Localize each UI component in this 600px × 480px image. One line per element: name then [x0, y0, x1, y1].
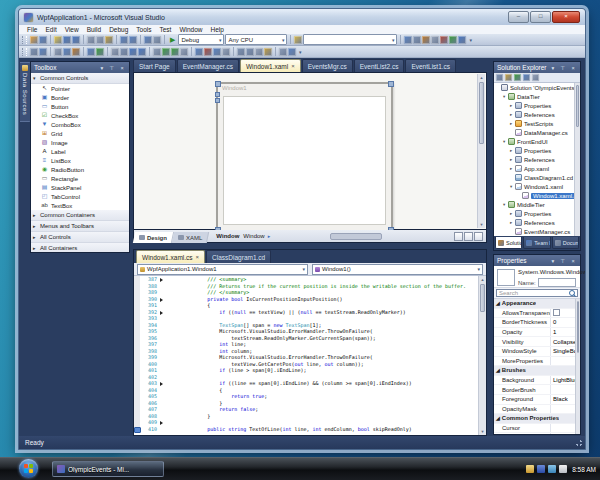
view-code-icon[interactable] [523, 74, 530, 81]
toolbar2-icon[interactable] [120, 48, 128, 56]
tree-item-datatier[interactable]: ▾DataTier [494, 92, 575, 101]
show-all-files-icon[interactable] [505, 74, 512, 81]
property-row-borderthickness[interactable]: BorderThickness0 [494, 318, 576, 328]
view-tab-design[interactable]: Design [133, 232, 174, 243]
document-tab-window1-xaml[interactable]: Window1.xaml× [240, 59, 301, 72]
selection-handle[interactable] [215, 81, 221, 87]
tree-item-properties[interactable]: ▸Properties [494, 209, 575, 218]
taskbar-clock[interactable]: 8:58 AM [572, 466, 596, 473]
toolbar-overflow-icon[interactable]: ▾ [299, 49, 302, 55]
tree-item-app-xaml[interactable]: ▸App.xaml [494, 164, 575, 173]
solution-explorer-toolbar-icon[interactable] [404, 36, 412, 44]
add-item-icon[interactable] [39, 36, 47, 44]
view-designer-icon[interactable] [532, 74, 539, 81]
toolbox-item-label[interactable]: ALabel [31, 147, 129, 156]
properties-pin-icon[interactable]: ⊤ [559, 256, 567, 266]
toolbar2-icon[interactable] [72, 48, 80, 56]
copy-icon[interactable] [96, 36, 104, 44]
title-bar[interactable]: WpfApplication1 - Microsoft Visual Studi… [19, 9, 585, 26]
maximize-button[interactable]: □ [530, 11, 551, 23]
toolbox-header[interactable]: Toolbox ▾ ⊤ × [31, 62, 129, 73]
menu-item-help[interactable]: Help [207, 26, 228, 33]
tree-item-eventmanager-cs[interactable]: EventManager.cs [494, 227, 575, 236]
toolbar2-icon[interactable] [264, 48, 272, 56]
solution-explorer-scrollbar[interactable] [574, 83, 580, 236]
scroll-up-icon[interactable]: ▲ [479, 276, 486, 283]
name-field[interactable] [538, 278, 576, 287]
property-value[interactable] [550, 433, 576, 434]
platform-dropdown[interactable]: Any CPU▾ [225, 34, 287, 45]
undo-icon[interactable] [120, 36, 128, 44]
toolbar2-icon[interactable] [30, 48, 38, 56]
designer-vertical-scrollbar[interactable]: ▲ ▼ [477, 74, 485, 228]
toolbar2-icon[interactable] [180, 48, 188, 56]
tree-item-classdiagram1-cd[interactable]: ClassDiagram1.cd [494, 173, 575, 182]
tree-item-solution-olympicevents-[interactable]: Solution 'OlympicEvents' [494, 83, 575, 92]
toolbar2-icon[interactable] [279, 48, 287, 56]
document-tab-eventlist1-cs[interactable]: EventList1.cs [405, 59, 456, 72]
save-icon[interactable] [63, 36, 71, 44]
menu-item-tools[interactable]: Tools [132, 26, 155, 33]
scrollbar-thumb[interactable] [480, 284, 485, 312]
toolbox-item-textbox[interactable]: abTextBox [31, 201, 129, 210]
menu-item-build[interactable]: Build [83, 26, 105, 33]
toolbox-group-common-controls[interactable]: ▾Common Controls [31, 73, 129, 84]
toolbar2-icon[interactable] [255, 48, 263, 56]
scroll-down-icon[interactable]: ▼ [479, 428, 486, 435]
property-value[interactable]: Black [550, 395, 576, 404]
property-value[interactable] [550, 357, 576, 366]
tree-item-datamanager-cs[interactable]: DataManager.cs [494, 128, 575, 137]
toolbar-grip[interactable] [22, 36, 27, 44]
property-value[interactable] [550, 309, 576, 318]
tree-item-middletier[interactable]: ▾MiddleTier [494, 200, 575, 209]
property-row-windowstyle[interactable]: WindowStyleSingleBorder [494, 347, 576, 357]
tree-item-testscripts[interactable]: ▸TestScripts [494, 119, 575, 128]
solution-explorer-header[interactable]: Solution Explorer ▾ ⊤ × [494, 62, 580, 73]
designed-window[interactable]: Window1 [216, 82, 393, 232]
toolbar2-icon[interactable] [39, 48, 47, 56]
new-project-icon[interactable] [30, 36, 38, 44]
close-button[interactable]: × [552, 11, 580, 23]
property-row-allowstransparency[interactable]: AllowsTransparency [494, 309, 576, 319]
menu-item-window[interactable]: Window [175, 26, 206, 33]
property-value[interactable] [550, 424, 576, 433]
toolbar2-icon[interactable] [138, 48, 146, 56]
toolbar2-icon[interactable] [87, 48, 95, 56]
open-file-icon[interactable] [54, 36, 62, 44]
resize-grip[interactable] [575, 439, 583, 447]
properties-window-toolbar-icon[interactable] [413, 36, 421, 44]
toolbox-group-all-controls[interactable]: ▸All Controls [31, 232, 129, 243]
toolbox-item-radiobutton[interactable]: ◉RadioButton [31, 165, 129, 174]
document-tab-eventsmgr-cs[interactable]: EventsMgr.cs [302, 59, 353, 72]
toolbox-window-menu-icon[interactable]: ▾ [98, 63, 106, 73]
designer-horizontal-scrollbar[interactable] [330, 233, 382, 240]
property-row-background[interactable]: BackgroundLightBlue [494, 376, 576, 386]
tray-network-icon[interactable] [548, 465, 556, 473]
property-row-cursor[interactable]: Cursor [494, 424, 576, 434]
designed-window-client-area[interactable] [223, 96, 386, 225]
property-row-icon[interactable]: Icon [494, 433, 576, 434]
tray-app-icon[interactable] [526, 465, 534, 473]
menu-item-debug[interactable]: Debug [105, 26, 132, 33]
toolbar2-icon[interactable] [195, 48, 203, 56]
toolbar2-icon[interactable] [162, 48, 170, 56]
minimize-button[interactable]: – [508, 11, 529, 23]
properties-close-icon[interactable]: × [569, 256, 577, 266]
property-row-moreproperties[interactable]: MoreProperties [494, 357, 576, 367]
scrollbar-thumb[interactable] [577, 301, 579, 353]
toolbox-item-rectangle[interactable]: ▭Rectangle [31, 174, 129, 183]
toolbar2-icon[interactable] [54, 48, 62, 56]
toolbox-item-pointer[interactable]: ↖Pointer [31, 84, 129, 93]
toolbar2-icon[interactable] [237, 48, 245, 56]
toolbox-item-grid[interactable]: ⊞Grid [31, 129, 129, 138]
save-all-icon[interactable] [72, 36, 80, 44]
tree-item-properties[interactable]: ▸Properties [494, 146, 575, 155]
tree-item-window1-xaml[interactable]: ▾Window1.xaml [494, 182, 575, 191]
selection-handle[interactable] [215, 98, 220, 103]
toolbar-overflow-icon[interactable]: ▾ [469, 37, 472, 43]
code-text-area[interactable]: 387 /// <summary>388 /// Returns true if… [134, 276, 486, 435]
toolbox-item-stackpanel[interactable]: ▤StackPanel [31, 183, 129, 192]
breadcrumb-window-2[interactable]: Window [243, 233, 264, 239]
error-list-icon[interactable] [440, 36, 448, 44]
toolbox-item-listbox[interactable]: ≡ListBox [31, 156, 129, 165]
